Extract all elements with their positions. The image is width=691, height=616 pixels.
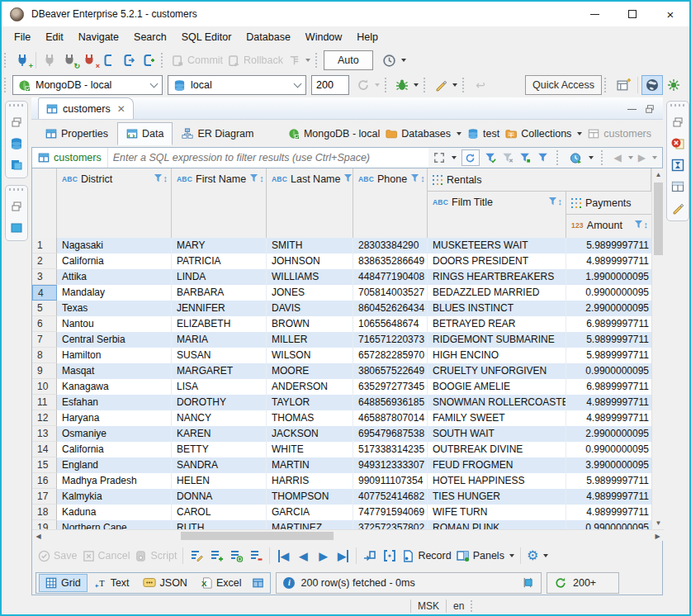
menu-search[interactable]: Search: [126, 28, 174, 46]
cell[interactable]: 5.9899997711: [566, 473, 651, 489]
cell[interactable]: England: [57, 457, 172, 473]
cell[interactable]: OUTBREAK DIVINE: [428, 442, 566, 457]
cell[interactable]: RUTH: [172, 520, 267, 529]
table-row[interactable]: 3AttikaLINDAWILLIAMS448477190408RINGS HE…: [32, 269, 651, 285]
cell[interactable]: Nagasaki: [57, 238, 172, 254]
breadcrumb-database-test[interactable]: test: [467, 128, 499, 140]
table-row[interactable]: 4MandalayBARBARAJONES705814003527BEDAZZL…: [32, 285, 651, 301]
cell[interactable]: PATRICIA: [172, 254, 267, 269]
cell[interactable]: THOMAS: [267, 410, 353, 426]
cell[interactable]: HARRIS: [267, 473, 353, 489]
table-row[interactable]: 13OsmaniyeKARENJACKSON695479687538SOUTH …: [32, 426, 651, 442]
cell[interactable]: Haryana: [57, 410, 172, 426]
cell[interactable]: 0.9900000095: [566, 285, 651, 301]
cell[interactable]: 949312333307: [353, 457, 428, 473]
cell[interactable]: MARGARET: [172, 363, 267, 379]
tab-close-icon[interactable]: ✕: [117, 103, 125, 115]
cell[interactable]: California: [57, 442, 172, 457]
cell[interactable]: 2.9900000095: [566, 301, 651, 316]
cell[interactable]: DONNA: [172, 489, 267, 505]
breadcrumb-collections[interactable]: Collections: [505, 128, 582, 140]
cell[interactable]: WILLIAMS: [267, 269, 353, 285]
scroll-down-arrow[interactable]: ▼: [652, 517, 665, 529]
cell[interactable]: 648856936185: [353, 395, 428, 410]
column-filter-icon[interactable]: [154, 173, 163, 183]
dbeaver-perspective-button[interactable]: [641, 75, 663, 95]
column-group-payments[interactable]: Payments: [566, 192, 651, 215]
script-button[interactable]: Script: [132, 545, 179, 566]
cell[interactable]: JONES: [267, 285, 353, 301]
auto-commit-button[interactable]: Auto: [324, 50, 373, 70]
cell[interactable]: 1.9900000095: [566, 269, 651, 285]
cell[interactable]: 6.9899997711: [566, 379, 651, 395]
query-manager-button[interactable]: [670, 158, 685, 173]
fetch-next-page-button[interactable]: [360, 545, 380, 566]
transaction-mode-button[interactable]: [286, 50, 313, 71]
debug-perspective-button[interactable]: [663, 75, 684, 95]
menu-sql-editor[interactable]: SQL Editor: [174, 28, 239, 46]
cell[interactable]: FEUD FROGMEN: [428, 457, 566, 473]
cell[interactable]: 0.9900000095: [566, 363, 651, 379]
cell[interactable]: 0.9900000095: [566, 520, 651, 529]
cell[interactable]: Esfahan: [57, 395, 172, 410]
grid-settings-button[interactable]: ⚙: [524, 545, 551, 566]
projects-panel-button[interactable]: [9, 158, 24, 173]
cell[interactable]: 705814003527: [353, 285, 428, 301]
cell[interactable]: 6.9899997711: [566, 316, 651, 332]
error-log-button[interactable]: [670, 136, 685, 151]
table-row[interactable]: 16Madhya PradeshHELENHARRIS990911107354H…: [32, 473, 651, 489]
calc-panel-button[interactable]: [248, 574, 267, 592]
cell[interactable]: BROWN: [267, 316, 353, 332]
cell[interactable]: KAREN: [172, 426, 267, 442]
cell[interactable]: MUSKETEERS WAIT: [428, 238, 566, 254]
row-number[interactable]: 10: [32, 379, 57, 395]
row-number[interactable]: 5: [32, 301, 57, 316]
cell[interactable]: 5.9899997711: [566, 238, 651, 254]
cell[interactable]: 0.9900000095: [566, 442, 651, 457]
save-filter-icon[interactable]: [519, 152, 532, 163]
custom-filter-icon[interactable]: [537, 152, 549, 163]
column-filter-icon[interactable]: [249, 173, 258, 183]
new-transaction-button[interactable]: [139, 50, 159, 71]
next-row-button[interactable]: ▶: [313, 545, 333, 566]
column-group-rentals[interactable]: Rentals: [428, 168, 651, 192]
column-header-last-name[interactable]: ABC Last Name ↕: [267, 168, 353, 238]
cell[interactable]: ELIZABETH: [172, 316, 267, 332]
connection-combo[interactable]: MongoDB - local: [12, 75, 163, 95]
cell[interactable]: ROMAN PUNK: [428, 520, 566, 529]
duplicate-row-button[interactable]: [226, 545, 246, 566]
last-row-button[interactable]: ▶: [333, 545, 353, 566]
transaction-history-button[interactable]: [380, 50, 409, 71]
cell[interactable]: 4.9899997711: [566, 410, 651, 426]
cell[interactable]: 5.9899997711: [566, 348, 651, 363]
cell[interactable]: HIGH ENCINO: [428, 348, 566, 363]
row-number[interactable]: 1: [32, 238, 57, 254]
delete-row-button[interactable]: [246, 545, 266, 566]
annotations-button[interactable]: [670, 201, 685, 216]
row-number[interactable]: 4: [32, 285, 57, 301]
cell[interactable]: TAYLOR: [267, 395, 353, 410]
tab-er-diagram[interactable]: ER Diagram: [173, 122, 263, 145]
row-number[interactable]: 16: [32, 473, 57, 489]
cell[interactable]: BETRAYED REAR: [428, 316, 566, 332]
first-row-button[interactable]: ◀: [273, 545, 293, 566]
cell[interactable]: BARBARA: [172, 285, 267, 301]
tab-properties[interactable]: Properties: [36, 122, 117, 145]
restore-panel-button[interactable]: [670, 115, 685, 130]
column-filter-icon[interactable]: [634, 220, 643, 230]
minimize-view-button[interactable]: [627, 109, 637, 110]
row-number[interactable]: 17: [32, 489, 57, 505]
highlight-button[interactable]: [432, 74, 460, 96]
cell[interactable]: BLUES INSTINCT: [428, 301, 566, 316]
tab-grid[interactable]: Grid: [39, 574, 88, 592]
cell[interactable]: WILSON: [267, 348, 353, 363]
cell[interactable]: SMITH: [267, 238, 353, 254]
fetch-all-rows-button[interactable]: [380, 545, 400, 566]
tab-text[interactable]: T Text: [89, 574, 135, 592]
cell[interactable]: MARTINEZ: [267, 520, 353, 529]
maximize-view-button[interactable]: [645, 104, 655, 114]
cell[interactable]: Northern Cape: [57, 520, 172, 529]
cell[interactable]: HELEN: [172, 473, 267, 489]
cell[interactable]: Kaduna: [57, 505, 172, 520]
cell[interactable]: SOUTH WAIT: [428, 426, 566, 442]
